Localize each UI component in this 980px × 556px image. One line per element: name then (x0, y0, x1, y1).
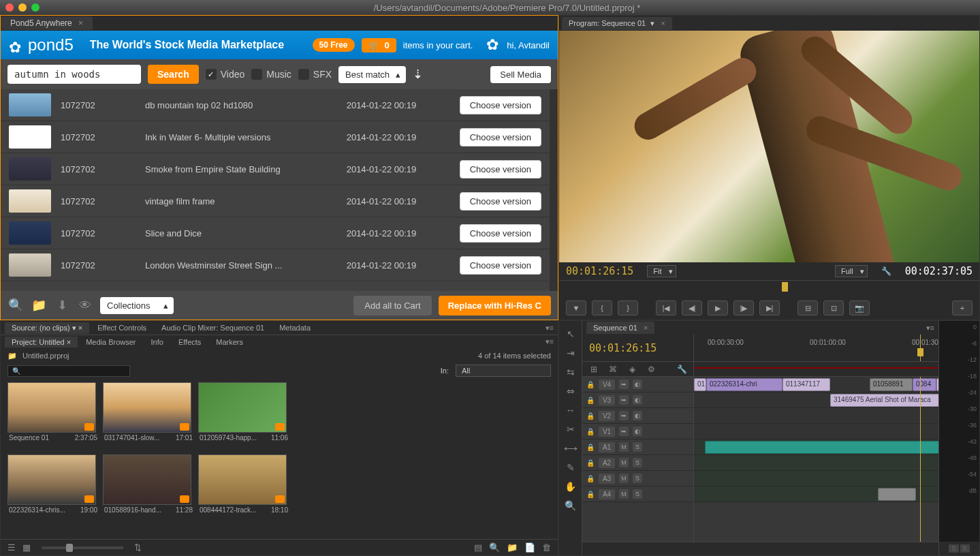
bin-item[interactable]: 012059743-happ... 11:06 (198, 382, 289, 450)
video-track[interactable] (694, 408, 938, 424)
track-toggle-button[interactable]: ◐ (633, 427, 642, 436)
collections-dropdown[interactable]: Collections (100, 297, 174, 314)
video-track[interactable]: 31469475 Aerial Shot of Maraca26062572 (694, 392, 938, 408)
lock-icon[interactable]: 🔒 (586, 444, 595, 451)
track-toggle-button[interactable]: ◐ (633, 380, 642, 389)
program-video-output[interactable] (559, 31, 979, 262)
timeline-clip[interactable] (705, 441, 938, 454)
tab-markers[interactable]: Markers (209, 337, 250, 348)
panel-menu-icon[interactable]: ▾≡ (926, 324, 934, 333)
lock-icon[interactable]: 🔒 (586, 428, 595, 435)
track-toggle-button[interactable]: ◐ (633, 411, 642, 420)
timeline-clip[interactable]: 011347117 (783, 378, 830, 391)
search-zoom-icon[interactable]: 🔍 (7, 297, 24, 313)
track-toggle-button[interactable]: ➥ (619, 411, 629, 420)
new-bin-icon[interactable]: 📁 (507, 542, 518, 553)
track-toggle-button[interactable]: ◐ (633, 395, 642, 405)
panel-menu-icon[interactable]: ▾≡ (546, 324, 554, 333)
new-item-icon[interactable]: 📄 (524, 542, 535, 553)
replace-hires-button[interactable]: Replace with Hi-Res C (439, 296, 551, 315)
snap-icon[interactable]: ⊞ (586, 362, 601, 377)
zoom-tool-icon[interactable]: 🔍 (563, 498, 578, 513)
filter-music[interactable]: Music (251, 69, 291, 80)
solo-button[interactable]: S (949, 544, 958, 553)
lock-icon[interactable]: 🔒 (586, 412, 595, 420)
video-track[interactable] (694, 424, 938, 439)
sort-icon[interactable]: ⇅ (134, 542, 142, 553)
track-toggle-button[interactable]: M (619, 489, 629, 499)
choose-version-button[interactable]: Choose version (460, 224, 541, 243)
filter-sfx[interactable]: SFX (298, 69, 332, 80)
sort-dropdown[interactable]: Best match (338, 66, 406, 83)
search-button[interactable]: Search (148, 65, 199, 84)
mark-in-button[interactable]: { (592, 300, 612, 315)
slip-tool-icon[interactable]: ⟷ (563, 441, 578, 456)
track-header[interactable]: 🔒 V4 ➥ ◐ (582, 377, 693, 392)
link-icon[interactable]: ⌘ (605, 362, 620, 377)
work-area-bar[interactable] (694, 367, 938, 369)
resolution-dropdown[interactable]: Full (835, 265, 868, 277)
window-minimize-icon[interactable] (18, 3, 27, 12)
rolling-tool-icon[interactable]: ⇔ (563, 384, 578, 399)
track-header[interactable]: 🔒 A2 M S (582, 455, 693, 471)
track-toggle-button[interactable]: M (619, 474, 629, 483)
timeline-clip[interactable]: 31469475 Aerial Shot of Maraca (830, 394, 938, 407)
play-button[interactable]: ▶ (708, 300, 728, 315)
export-frame-button[interactable]: 📷 (849, 300, 870, 315)
zoom-fit-dropdown[interactable]: Fit (647, 265, 676, 277)
lock-icon[interactable]: 🔒 (586, 491, 595, 498)
step-back-button[interactable]: ◀| (682, 300, 702, 315)
timeline-clip[interactable]: 01058891 (870, 378, 913, 391)
add-marker-button[interactable]: ▼ (566, 300, 586, 315)
window-close-icon[interactable] (5, 3, 14, 12)
choose-version-button[interactable]: Choose version (460, 160, 541, 179)
pond5-tab[interactable]: Pond5 Anywhere × (1, 16, 93, 30)
rate-stretch-tool-icon[interactable]: ↔ (563, 403, 578, 418)
bin-item[interactable]: 031747041-slow... 17:01 (103, 382, 194, 450)
tab-info[interactable]: Info (144, 337, 170, 348)
search-input[interactable] (7, 65, 141, 84)
close-icon[interactable]: × (78, 324, 82, 332)
pen-tool-icon[interactable]: ✎ (563, 460, 578, 475)
tab-audio-mixer[interactable]: Audio Clip Mixer: Sequence 01 (155, 322, 271, 333)
settings-icon[interactable]: ⚙ (644, 362, 659, 377)
timeline-clip[interactable]: 0084 (913, 378, 936, 391)
automate-icon[interactable]: ▤ (474, 542, 482, 553)
folder-icon[interactable]: 📁 (31, 297, 47, 313)
sequence-tab[interactable]: Sequence 01 × (586, 322, 654, 334)
razor-tool-icon[interactable]: ✂ (563, 422, 578, 437)
add-button[interactable]: + (952, 300, 973, 315)
filter-video[interactable]: ✓ Video (206, 69, 245, 80)
thumbnail-size-slider[interactable] (42, 546, 123, 549)
ripple-tool-icon[interactable]: ⇆ (563, 365, 578, 380)
bin-item[interactable]: 008444172-track... 18:10 (198, 454, 289, 523)
step-forward-button[interactable]: |▶ (733, 300, 754, 315)
lock-icon[interactable]: 🔒 (586, 397, 595, 404)
tab-effect-controls[interactable]: Effect Controls (91, 322, 153, 333)
program-ruler[interactable] (559, 280, 979, 296)
user-menu[interactable]: hi, Avtandil (486, 37, 550, 52)
add-all-cart-button[interactable]: Add all to Cart (353, 296, 431, 315)
in-filter-dropdown[interactable]: All (456, 365, 551, 377)
track-toggle-button[interactable]: S (633, 458, 642, 467)
close-icon[interactable]: × (67, 338, 71, 346)
arrow-down-icon[interactable]: ⇣ (413, 67, 423, 82)
markers-icon[interactable]: ◈ (625, 362, 639, 377)
track-toggle-button[interactable]: ➥ (619, 395, 629, 405)
track-toggle-button[interactable]: ➥ (619, 427, 629, 436)
choose-version-button[interactable]: Choose version (460, 96, 541, 114)
wrench-icon[interactable]: 🔧 (674, 362, 689, 377)
hand-tool-icon[interactable]: ✋ (563, 479, 578, 494)
program-tab[interactable]: Program: Sequence 01 ▾ × (562, 17, 672, 30)
result-row[interactable]: 1072702 db mountain top 02 hd1080 2014-0… (1, 89, 550, 121)
pond5-logo[interactable]: pond5 (9, 35, 74, 55)
close-icon[interactable]: × (644, 324, 648, 332)
timeline-clip[interactable]: 01 (694, 378, 706, 391)
mark-out-button[interactable]: } (618, 300, 638, 315)
playhead[interactable] (920, 335, 921, 361)
track-toggle-button[interactable]: S (633, 489, 642, 499)
trash-icon[interactable]: 🗑 (542, 542, 551, 553)
download-icon[interactable]: ⬇ (54, 297, 70, 313)
free-badge[interactable]: 50 Free (313, 38, 355, 52)
wrench-icon[interactable]: 🔧 (881, 266, 891, 276)
